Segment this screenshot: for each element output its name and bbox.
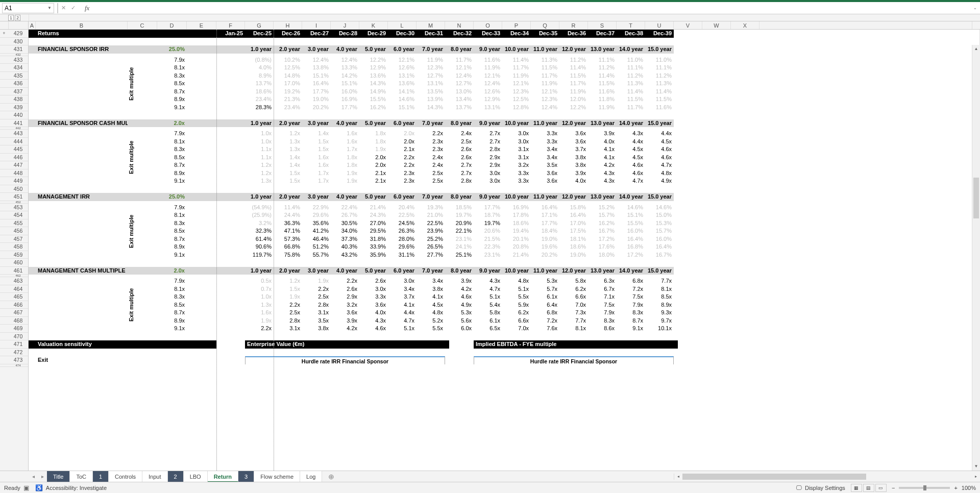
cell[interactable]: 13.0 year [588,193,617,201]
cell[interactable]: 3.3x [502,169,531,178]
cell[interactable]: 2.8x [274,317,302,325]
cell[interactable]: 1.5x [274,285,302,293]
cell[interactable]: 14.8% [274,72,302,80]
row-header-430[interactable]: 430 [0,38,28,46]
cell[interactable]: 8.1x [559,325,588,333]
cell[interactable]: 2.7x [474,130,502,138]
cell[interactable]: 6.4x [531,301,559,309]
cell[interactable] [216,219,245,228]
cell[interactable]: 16.9% [331,95,359,104]
cell[interactable] [216,45,245,54]
row-header-437[interactable]: 437 [0,88,28,96]
cell[interactable] [36,80,128,88]
cell[interactable]: 12.8% [502,104,531,112]
cell[interactable]: 11.8% [588,95,617,104]
cell[interactable]: 4.9x [445,301,474,309]
name-box[interactable]: A1 ▼ [2,3,54,13]
cell[interactable]: 13.7% [445,104,474,112]
cell[interactable]: 19.2% [274,88,302,96]
cell[interactable]: 18.7% [474,211,502,219]
cell[interactable]: 7.9x [157,204,187,212]
cell[interactable]: 2.2x [388,161,416,169]
cell[interactable]: 7.7x [559,317,588,325]
cell[interactable]: 11.6% [645,104,674,112]
cell[interactable]: 16.9% [502,204,531,212]
cell[interactable]: 75.8% [274,251,302,259]
cell[interactable]: 9.7x [645,317,674,325]
cell[interactable]: Dec-39 [645,30,674,38]
cell[interactable]: 2.6x [445,145,474,154]
col-header-J[interactable]: J [331,21,359,29]
cell[interactable]: Exit multiple [128,56,157,64]
cell[interactable] [36,72,128,80]
cell[interactable]: 12.1% [474,72,502,80]
cell[interactable] [128,356,216,364]
cell[interactable]: 12.4% [302,56,331,64]
cell[interactable]: 11.0 year [531,45,559,54]
row-header-469[interactable]: 469 [0,325,28,333]
cell[interactable]: 17.7% [474,204,502,212]
cell[interactable]: 11.3% [531,56,559,64]
cell[interactable] [29,340,36,349]
cell[interactable]: 11.4% [559,64,588,72]
display-settings-icon[interactable]: 🖵 [796,484,802,491]
cell[interactable]: 14.0 year [617,45,645,54]
cell[interactable] [36,88,128,96]
cell[interactable]: 8.5x [157,227,187,235]
cell[interactable]: 6.8x [617,277,645,285]
cell[interactable]: 5.4x [474,301,502,309]
cell[interactable] [187,309,216,317]
cell[interactable]: 15.5% [359,95,388,104]
cell[interactable]: 2.7x [445,169,474,178]
cell[interactable]: 13.1% [388,72,416,80]
cell[interactable]: FINANCIAL SPONSOR IRR [36,45,128,54]
cell[interactable]: 2.0 year [274,193,302,201]
col-header-U[interactable]: U [645,21,674,29]
cell[interactable]: 55.7% [302,251,331,259]
cell[interactable]: 6.0 year [388,267,416,275]
cell[interactable]: 11.9% [588,104,617,112]
cell[interactable] [29,227,36,235]
cell[interactable]: 57.3% [274,235,302,243]
cell[interactable] [187,145,216,154]
cell[interactable]: 19.4% [502,227,531,235]
cell[interactable]: 25.0% [157,45,187,54]
cell[interactable]: 3.0 year [302,193,331,201]
cell[interactable]: 2.1x [359,169,388,178]
formula-input[interactable] [94,5,973,12]
row-header-444[interactable]: 444 [0,138,28,146]
cell[interactable]: 17.7% [302,88,331,96]
cell[interactable]: 22.1% [445,227,474,235]
tab-toc[interactable]: ToC [70,471,93,482]
page-break-view-icon[interactable]: ▭ [875,484,887,492]
cell[interactable]: 30.5% [331,219,359,228]
cell[interactable]: 9.1x [157,325,187,333]
cell[interactable] [216,104,245,112]
cell[interactable]: MANAGEMENT IRR [36,193,128,201]
cell[interactable]: 2.4x [416,154,445,162]
accessibility-icon[interactable]: ♿ [35,484,43,491]
cell[interactable] [128,45,157,54]
tab-title[interactable]: Title [47,471,70,482]
cell[interactable]: 4.2x [445,285,474,293]
cell[interactable]: 23.1% [445,235,474,243]
cell[interactable]: 6.6x [502,317,531,325]
cell[interactable]: 18.1% [559,235,588,243]
zoom-in-button[interactable]: + [954,485,957,491]
cell[interactable]: 6.0 year [388,119,416,128]
cell[interactable]: 12.9% [359,64,388,72]
cell[interactable]: 2.6x [331,285,359,293]
cell[interactable]: 19.0% [531,235,559,243]
cell[interactable]: 5.7x [531,285,559,293]
cell[interactable]: 4.1x [416,293,445,301]
row-header-438[interactable]: 438 [0,95,28,104]
cell[interactable]: 5.1x [474,293,502,301]
cell[interactable]: 21.3% [274,95,302,104]
cell[interactable] [216,130,245,138]
cell[interactable]: 3.2% [245,219,274,228]
cell[interactable]: 20.1% [502,235,531,243]
row-header-449[interactable]: 449 [0,177,28,185]
cell[interactable]: 21.4% [502,251,531,259]
cell[interactable]: 2.0x [157,267,187,275]
cell[interactable]: 3.8x [416,285,445,293]
